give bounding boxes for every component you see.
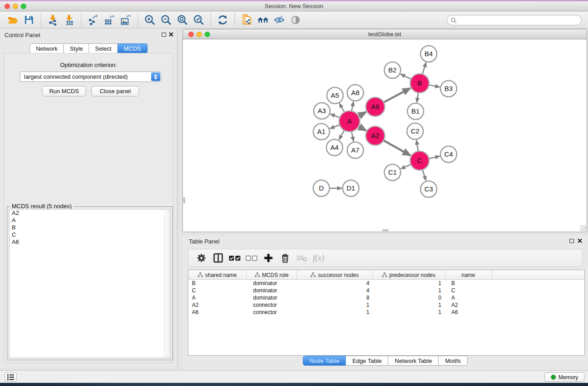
function-builder-button[interactable]: f(x) [310,251,327,265]
zoom-selected-button[interactable] [191,13,207,27]
graph-node-B4[interactable]: B4 [421,46,437,62]
tab-node-table[interactable]: Node Table [303,356,346,366]
graph-node-A8[interactable]: A8 [347,85,363,101]
table-row[interactable]: Cdominator41C [188,287,584,294]
close-table-panel-icon[interactable] [577,238,583,243]
graph-node-A2[interactable]: A2 [366,126,385,145]
memory-button[interactable]: Memory [545,372,584,382]
graph-node-C4[interactable]: C4 [440,146,457,162]
graph-node-A[interactable]: A [339,111,360,132]
mcds-result-item[interactable]: C [10,231,170,238]
graph-node-C[interactable]: C [410,151,429,170]
graph-edge-A-A2[interactable] [359,126,366,130]
show-hidden-button[interactable] [287,13,304,27]
graph-node-A1[interactable]: A1 [313,124,330,140]
table-settings-button[interactable] [193,251,210,265]
import-network-button[interactable] [45,13,61,27]
deselect-all-rows-button[interactable] [243,251,260,265]
tab-select[interactable]: Select [89,43,118,53]
mcds-result-list[interactable]: A2ABCA6 [9,209,171,358]
table-row[interactable]: Bdominator41B [188,280,584,287]
graph-node-A3[interactable]: A3 [314,103,330,119]
window-resize-grip[interactable] [580,225,586,231]
graph-edge-A-A1[interactable] [330,125,340,129]
import-table-button[interactable] [61,13,77,27]
table-row[interactable]: A2connector11A2 [188,301,584,309]
graph-edge-A-A6[interactable] [359,112,366,116]
select-stepper-icon[interactable] [151,72,160,81]
graph-edge-A-A5[interactable] [339,103,344,112]
float-panel-icon[interactable] [162,33,166,37]
graph-node-C2[interactable]: C2 [407,123,423,139]
graph-edge-A-A7[interactable] [352,132,354,142]
hide-selected-button[interactable] [271,13,287,27]
column-header-name[interactable]: name [445,270,492,280]
graph-node-C3[interactable]: C3 [421,181,437,197]
graph-node-A7[interactable]: A7 [347,142,363,158]
network-window-titlebar[interactable]: testGlobe.txt [182,29,587,39]
graph-edge-A-A4[interactable] [339,130,344,140]
canvas-left-thumb[interactable] [183,197,185,203]
graph-node-A5[interactable]: A5 [327,87,343,104]
graph-node-D[interactable]: D [313,180,330,196]
refresh-layout-button[interactable] [215,13,231,27]
task-history-button[interactable] [5,372,17,382]
graph-node-C1[interactable]: C1 [384,164,401,181]
run-mcds-button[interactable]: Run MCDS [42,86,86,96]
graph-edge-C-C2[interactable] [416,140,418,151]
column-header-mcds-role[interactable]: MCDS role [247,270,297,280]
delete-table-button[interactable] [293,251,310,265]
network-canvas[interactable]: AA1A2A3A4A5A6A7A8BB1B2B3B4CC1C2C3C4DD1 [182,39,587,232]
canvas-bottom-thumb[interactable] [382,229,388,231]
graph-node-B1[interactable]: B1 [407,103,424,119]
list-scrollbar[interactable] [164,210,170,357]
optimization-select[interactable]: largest connected component (directed) [20,71,161,82]
column-header-successor-nodes[interactable]: successor nodes [297,270,373,280]
graph-node-A6[interactable]: A6 [366,97,385,116]
column-header-shared-name[interactable]: shared name [188,270,247,280]
tab-style[interactable]: Style [64,43,89,53]
add-column-button[interactable] [260,251,277,265]
first-neighbors-button[interactable] [255,13,271,27]
float-table-panel-icon[interactable] [569,239,574,243]
column-layout-button[interactable] [210,251,226,265]
graph-edge-B-B1[interactable] [417,93,418,102]
mcds-result-item[interactable]: A6 [10,238,170,246]
mcds-result-item[interactable]: A [10,217,170,224]
graph-edge-B-B4[interactable] [422,62,426,74]
tab-edge-table[interactable]: Edge Table [346,356,388,366]
graph-edge-A6-B[interactable] [384,88,411,102]
tab-network-table[interactable]: Network Table [388,356,439,366]
search-input[interactable] [459,17,572,23]
delete-column-button[interactable] [277,251,293,265]
graph-node-D1[interactable]: D1 [343,180,359,196]
graph-edge-B-B3[interactable] [429,85,440,87]
graph-node-B2[interactable]: B2 [384,62,401,78]
zoom-fit-button[interactable] [174,13,191,27]
graph-edge-A2-C[interactable] [383,140,411,155]
tab-network[interactable]: Network [29,43,64,53]
column-header-predecessor-nodes[interactable]: predecessor nodes [373,270,445,280]
mcds-result-item[interactable]: A2 [10,210,170,217]
duplicate-network-button[interactable] [239,13,255,27]
close-panel-button[interactable]: Close panel [91,86,139,96]
open-session-button[interactable] [5,13,21,27]
table-row[interactable]: Adominator80A [188,294,584,301]
graph-node-B[interactable]: B [410,74,429,93]
select-all-rows-button[interactable] [226,251,243,265]
mcds-result-item[interactable]: B [10,224,170,231]
export-network-button[interactable] [85,13,101,27]
close-panel-icon[interactable] [168,32,174,37]
graph-edge-A-A3[interactable] [330,114,340,118]
graph-edge-C-C3[interactable] [422,170,426,181]
graph-node-A4[interactable]: A4 [326,139,343,156]
graph-edge-C-C4[interactable] [429,156,440,158]
zoom-out-button[interactable] [158,13,174,27]
graph-edge-C-C1[interactable] [401,164,411,169]
graph-node-B3[interactable]: B3 [440,81,457,97]
export-table-button[interactable] [101,13,118,27]
tab-mcds[interactable]: MCDS [118,43,147,53]
graph-edge-A-A8[interactable] [352,102,354,111]
table-row[interactable]: A6connector11A6 [188,309,584,316]
graph-edge-B-B2[interactable] [401,74,411,79]
